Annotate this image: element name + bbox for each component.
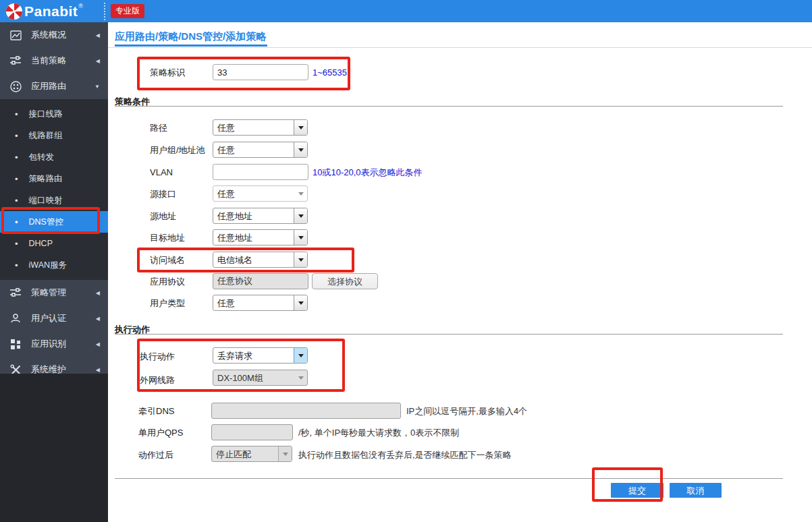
- bullet-icon: •: [15, 131, 18, 141]
- submenu-item-line-groups[interactable]: • 线路群组: [0, 125, 108, 146]
- section-conditions-divider: [115, 106, 783, 107]
- pinwheel-logo-icon: [5, 3, 23, 20]
- chevron-left-icon: ◀: [96, 32, 100, 38]
- topbar-separator: [104, 3, 105, 20]
- chevron-left-icon: ◀: [96, 58, 100, 64]
- dst-address-select[interactable]: 任意地址: [213, 229, 308, 245]
- line-chart-icon: [9, 30, 22, 40]
- src-address-select[interactable]: 任意地址: [213, 208, 308, 224]
- qps-label: 单用户QPS: [138, 425, 183, 441]
- dropdown-arrow-icon[interactable]: [294, 142, 307, 157]
- submit-button[interactable]: 提交: [611, 483, 664, 498]
- domain-label: 访问域名: [150, 252, 185, 268]
- after-action-hint: 执行动作且数据包没有丢弃后,是否继续匹配下一条策略: [298, 447, 512, 463]
- src-interface-select[interactable]: 任意: [213, 185, 308, 202]
- protocol-label: 应用协议: [150, 274, 185, 290]
- sliders-icon: [9, 288, 22, 297]
- dropdown-arrow-icon: [294, 186, 307, 201]
- registered-mark: ®: [78, 3, 83, 9]
- dns-redirect-label: 牵引DNS: [138, 403, 174, 419]
- header-divider: [108, 47, 812, 48]
- dropdown-arrow-icon[interactable]: [294, 230, 307, 245]
- section-action-divider: [115, 334, 783, 335]
- sidebar-item-label: 当前策略: [31, 55, 96, 67]
- edition-badge: 专业版: [111, 4, 144, 18]
- top-bar: Panabit ® 专业版: [0, 0, 812, 22]
- submenu-item-port-mapping[interactable]: • 端口映射: [0, 190, 108, 211]
- vlan-label: VLAN: [150, 165, 173, 181]
- sidebar-item-user-auth[interactable]: 用户认证 ◀: [0, 306, 108, 331]
- user-group-label: 用户组/地址池: [150, 142, 205, 158]
- submenu-item-dhcp[interactable]: • DHCP: [0, 233, 108, 254]
- dropdown-arrow-icon[interactable]: [294, 252, 307, 267]
- choose-protocol-button[interactable]: 选择协议: [312, 273, 378, 289]
- submenu-item-interface-lines[interactable]: • 接口线路: [0, 103, 108, 125]
- chevron-left-icon: ◀: [96, 290, 100, 296]
- chevron-left-icon: ◀: [96, 367, 100, 373]
- dropdown-arrow-icon: [294, 370, 307, 385]
- bullet-icon: •: [15, 174, 18, 184]
- submenu-item-packet-forward[interactable]: • 包转发: [0, 146, 108, 168]
- dropdown-arrow-icon: [278, 446, 292, 461]
- vlan-input[interactable]: [213, 164, 308, 180]
- footer-divider: [115, 478, 783, 479]
- submenu-item-dns-control[interactable]: • DNS管控: [0, 211, 108, 233]
- panabit-logo[interactable]: Panabit ®: [5, 1, 103, 22]
- sidebar: 系统概况 ◀ 当前策略 ◀ 应用路由 ▼ • 接口线路 •: [0, 22, 108, 522]
- path-label: 路径: [150, 120, 167, 136]
- sidebar-item-app-identify[interactable]: 应用识别 ◀: [0, 331, 108, 357]
- chevron-left-icon: ◀: [96, 341, 100, 347]
- submenu-item-iwan-service[interactable]: • iWAN服务: [0, 254, 108, 276]
- user-icon: [9, 313, 22, 324]
- user-type-label: 用户类型: [150, 295, 185, 312]
- sidebar-item-system-overview[interactable]: 系统概况 ◀: [0, 22, 108, 48]
- protocol-input: [213, 273, 308, 289]
- path-select[interactable]: 任意: [213, 119, 308, 136]
- vlan-hint: 10或10-20,0表示忽略此条件: [313, 165, 423, 181]
- sidebar-filler: [0, 374, 108, 522]
- user-group-select[interactable]: 任意: [213, 142, 308, 158]
- breadcrumb: 应用路由/策略/DNS管控/添加策略: [115, 30, 266, 43]
- action-label: 执行动作: [140, 349, 175, 365]
- src-address-label: 源地址: [150, 208, 176, 225]
- src-interface-label: 源接口: [150, 186, 176, 202]
- chevron-down-icon: ▼: [94, 84, 100, 90]
- sidebar-item-policy-management[interactable]: 策略管理 ◀: [0, 280, 108, 306]
- qps-input: [211, 424, 293, 440]
- submenu-item-policy-route[interactable]: • 策略路由: [0, 168, 108, 190]
- dns-redirect-input: [211, 403, 401, 419]
- dropdown-arrow-icon[interactable]: [294, 348, 307, 363]
- sidebar-item-label: 应用路由: [31, 80, 94, 92]
- sliders-icon: [9, 56, 22, 65]
- dst-address-label: 目标地址: [150, 230, 185, 246]
- wan-line-select: DX-100M组: [213, 370, 308, 386]
- dropdown-arrow-icon[interactable]: [294, 208, 307, 223]
- wan-line-label: 外网线路: [140, 372, 175, 388]
- sidebar-item-app-route[interactable]: 应用路由 ▼: [0, 74, 108, 99]
- bullet-icon: •: [15, 217, 18, 227]
- after-action-select: 停止匹配: [211, 446, 292, 462]
- breadcrumb-underline: [115, 45, 267, 47]
- dropdown-arrow-icon[interactable]: [294, 295, 307, 310]
- after-action-label: 动作过后: [138, 447, 173, 463]
- chevron-left-icon: ◀: [96, 316, 100, 322]
- hub-icon: [9, 81, 22, 92]
- dns-redirect-hint: IP之间以逗号隔开,最多输入4个: [406, 403, 527, 419]
- cancel-button[interactable]: 取消: [670, 483, 722, 498]
- policy-id-label: 策略标识: [150, 65, 185, 81]
- bullet-icon: •: [15, 260, 18, 270]
- policy-id-input[interactable]: [213, 64, 308, 80]
- bullet-icon: •: [15, 196, 18, 206]
- sidebar-item-current-policy[interactable]: 当前策略 ◀: [0, 48, 108, 74]
- dropdown-arrow-icon[interactable]: [294, 120, 307, 135]
- bullet-icon: •: [15, 239, 18, 249]
- sidebar-item-label: 系统概况: [31, 29, 96, 41]
- brand-name: Panabit: [24, 1, 78, 22]
- bullet-icon: •: [15, 109, 18, 119]
- app-route-submenu: • 接口线路 • 线路群组 • 包转发 • 策略路由 • 端口映射 • DNS管…: [0, 99, 108, 280]
- action-select[interactable]: 丢弃请求: [213, 347, 308, 364]
- user-type-select[interactable]: 任意: [213, 295, 308, 311]
- bullet-icon: •: [15, 152, 18, 163]
- domain-select[interactable]: 电信域名: [213, 252, 308, 268]
- policy-id-hint: 1~65535: [313, 65, 347, 81]
